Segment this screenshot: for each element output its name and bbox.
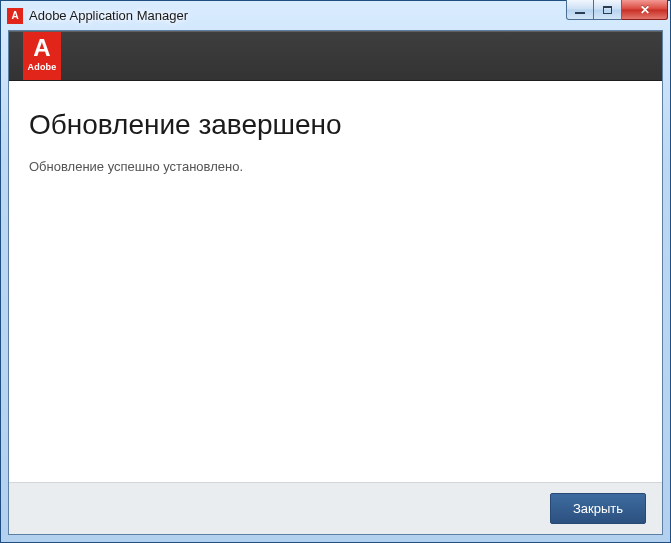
- adobe-logo-letter: A: [23, 36, 61, 60]
- adobe-logo-badge: A Adobe: [23, 32, 61, 80]
- maximize-button[interactable]: [594, 0, 622, 20]
- status-message: Обновление успешно установлено.: [29, 159, 642, 174]
- close-icon: ✕: [640, 4, 650, 16]
- app-header-band: A Adobe: [9, 31, 662, 81]
- window-title: Adobe Application Manager: [29, 8, 188, 23]
- titlebar-app-icon: A: [7, 8, 23, 24]
- window-close-button[interactable]: ✕: [622, 0, 668, 20]
- titlebar-app-icon-letter: A: [11, 11, 18, 21]
- minimize-icon: [575, 12, 585, 14]
- page-heading: Обновление завершено: [29, 109, 642, 141]
- maximize-icon: [603, 6, 612, 14]
- adobe-logo-word: Adobe: [23, 63, 61, 72]
- window-frame: A Adobe Application Manager ✕ A Adobe Об…: [0, 0, 671, 543]
- titlebar[interactable]: A Adobe Application Manager ✕: [1, 1, 670, 30]
- minimize-button[interactable]: [566, 0, 594, 20]
- footer-bar: Закрыть: [9, 482, 662, 534]
- client-area: A Adobe Обновление завершено Обновление …: [8, 30, 663, 535]
- content-area: Обновление завершено Обновление успешно …: [9, 81, 662, 482]
- close-button[interactable]: Закрыть: [550, 493, 646, 524]
- window-controls: ✕: [566, 0, 668, 20]
